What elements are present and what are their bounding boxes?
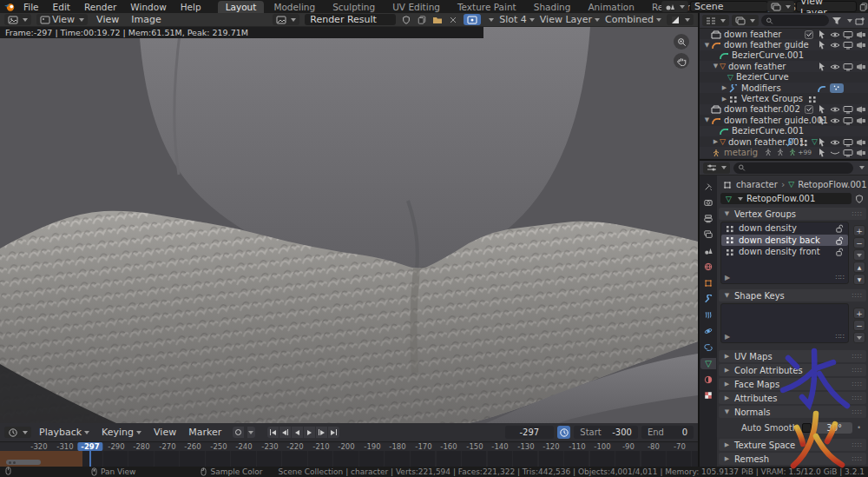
image-datablock-icon[interactable]: [273, 14, 299, 25]
panel-attributes[interactable]: ▶Attributes∷∷: [719, 392, 866, 404]
outliner-row-data[interactable]: BezierCurve.001: [700, 50, 868, 61]
menu-edit[interactable]: Edit: [47, 2, 76, 12]
tab-physics[interactable]: [700, 326, 716, 337]
timeline-ruler[interactable]: -320-310-290-280-270-260-250-240-230-220…: [0, 442, 698, 451]
play-button[interactable]: [304, 427, 315, 438]
tab-particles[interactable]: [700, 309, 716, 321]
scene-datablock-icon[interactable]: [661, 1, 688, 12]
animate-dot[interactable]: •: [857, 424, 861, 432]
tab-object-data[interactable]: ▽: [700, 358, 716, 369]
display-channels-button[interactable]: [667, 14, 694, 25]
play-reverse-button[interactable]: [292, 427, 303, 438]
outliner-search-input[interactable]: [761, 15, 829, 26]
particle-modifier-chip[interactable]: [830, 83, 844, 93]
properties-options-icon[interactable]: [859, 166, 865, 169]
outliner-row-object[interactable]: ▼ down feather guide: [700, 39, 868, 50]
panel-grip[interactable]: ∷∷: [852, 210, 863, 218]
modifier-wrench-icon[interactable]: [786, 137, 796, 147]
timeline-track-area[interactable]: [0, 451, 698, 467]
outliner-row-vertex-groups[interactable]: ▶ Vertex Groups: [700, 93, 868, 103]
panel-normals[interactable]: ▼Normals∷∷: [719, 406, 866, 418]
vertex-group-row[interactable]: down density front: [721, 246, 848, 258]
timeline-view-menu[interactable]: View: [149, 427, 181, 438]
viewport-disable-icon[interactable]: [843, 40, 853, 50]
panel-shape-keys[interactable]: ▼ Shape Keys ∷∷: [719, 289, 866, 301]
next-keyframe-button[interactable]: [316, 427, 327, 438]
breadcrumb-data[interactable]: RetopoFlow.001: [798, 180, 866, 189]
current-frame-field[interactable]: -297: [505, 426, 554, 439]
image-menu[interactable]: Image: [128, 14, 164, 25]
properties-search-input[interactable]: [733, 162, 853, 174]
timeline-editor-type-button[interactable]: [4, 427, 31, 438]
selectable-cursor-icon[interactable]: [817, 62, 827, 71]
editor-type-button[interactable]: [4, 14, 31, 25]
unlink-image-icon[interactable]: [448, 14, 458, 25]
workspace-tab-animation[interactable]: Animation: [580, 1, 642, 13]
view-layer-name-field[interactable]: View Layer: [796, 1, 857, 12]
zoom-gizmo[interactable]: [674, 34, 689, 50]
auto-smooth-checkbox[interactable]: [802, 423, 812, 433]
tab-output[interactable]: [700, 213, 716, 224]
remove-shape-key-button[interactable]: −: [853, 320, 865, 331]
breadcrumb-object[interactable]: character: [736, 180, 778, 189]
outliner-row-modifiers[interactable]: ▶ Modifiers: [700, 83, 868, 93]
playh ead-frame-badge[interactable]: -297: [77, 442, 102, 451]
jump-to-end-button[interactable]: [328, 427, 339, 438]
tab-constraints[interactable]: [700, 341, 716, 353]
outliner-row-object[interactable]: ▶ ▽ down feather.001 ▽: [700, 136, 868, 147]
shape-key-specials-button[interactable]: [853, 332, 865, 343]
keying-menu[interactable]: Keying: [97, 427, 146, 438]
viewport-disable-icon[interactable]: [843, 116, 853, 125]
vertex-group-row-selected[interactable]: down density back: [721, 235, 848, 247]
render-disable-icon[interactable]: [856, 30, 866, 39]
chevron-down-icon[interactable]: [847, 19, 852, 23]
image-name-field[interactable]: Render Result: [305, 14, 396, 25]
fake-user-shield-icon[interactable]: [854, 193, 865, 204]
vertex-group-specials-button[interactable]: [853, 249, 865, 261]
add-shape-key-button[interactable]: +: [853, 308, 865, 319]
list-filter-row[interactable]: ▶∷∷: [725, 333, 845, 341]
timeline-scrollbar[interactable]: [6, 460, 41, 465]
view-menu[interactable]: View: [93, 14, 122, 25]
pass-dropdown[interactable]: Combined: [605, 14, 661, 25]
outliner-row-collection[interactable]: down feather: [700, 29, 868, 39]
eye-closed-icon[interactable]: [830, 148, 840, 157]
workspace-tab-layout[interactable]: Layout: [218, 1, 265, 13]
auto-keying-dropdown[interactable]: [247, 427, 256, 438]
vertex-group-row[interactable]: down density: [721, 222, 848, 235]
add-vertex-group-button[interactable]: +: [853, 225, 865, 236]
data-name-field[interactable]: ▽ RetopoFlow.001: [720, 193, 852, 204]
viewport-disable-icon[interactable]: [843, 104, 853, 114]
tab-tool[interactable]: [700, 181, 716, 192]
checkbox-icon[interactable]: [804, 30, 814, 39]
viewport-disable-icon[interactable]: [843, 148, 853, 157]
tab-render[interactable]: [700, 197, 716, 209]
selectable-cursor-icon[interactable]: [817, 116, 827, 125]
panel-color-attributes[interactable]: ▶Color Attributes∷∷: [719, 364, 866, 376]
use-preview-range-clock-button[interactable]: [557, 426, 570, 439]
slot-dropdown[interactable]: Slot 4: [499, 14, 535, 25]
workspace-tab-modeling[interactable]: Modeling: [266, 1, 323, 13]
selectable-cursor-icon[interactable]: [817, 104, 827, 114]
end-frame-field[interactable]: End0: [641, 426, 694, 439]
outliner-editor-type-button[interactable]: [702, 15, 729, 26]
tab-modifiers[interactable]: [700, 294, 716, 305]
tab-view-layer[interactable]: [700, 229, 716, 241]
lock-icon[interactable]: [834, 247, 845, 256]
image-pin-button[interactable]: [464, 14, 481, 25]
auto-keying-button[interactable]: [233, 427, 244, 438]
selectable-cursor-icon[interactable]: [817, 40, 827, 50]
list-filter-row[interactable]: ▶∷∷: [725, 274, 845, 282]
menu-render[interactable]: Render: [78, 2, 122, 12]
render-disable-icon[interactable]: [856, 148, 866, 157]
workspace-tab-sculpting[interactable]: Sculpting: [325, 1, 383, 13]
selectable-cursor-icon[interactable]: [817, 30, 827, 39]
render-disable-icon[interactable]: [856, 104, 866, 114]
render-viewport[interactable]: [0, 27, 698, 423]
scene-name-field[interactable]: Scene: [690, 1, 768, 12]
layer-dropdown[interactable]: View Layer: [540, 14, 600, 25]
panel-remesh[interactable]: ▶Remesh∷∷: [719, 453, 866, 465]
render-disable-icon[interactable]: [856, 62, 866, 71]
properties-editor-type-button[interactable]: [703, 162, 730, 174]
move-group-down-button[interactable]: ▼: [853, 274, 865, 285]
